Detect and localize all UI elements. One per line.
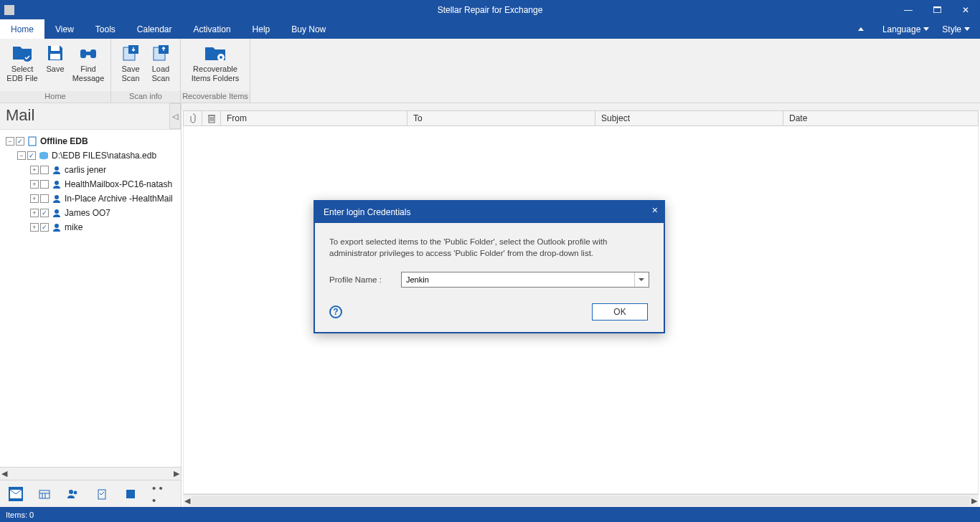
- ok-button[interactable]: OK: [592, 303, 648, 321]
- person-icon: [52, 194, 62, 204]
- tree-file[interactable]: − ✓ D:\EDB FILES\natasha.edb: [0, 148, 181, 163]
- sidebar: Mail ◁ − ✓ Offline EDB − ✓ D:\EDB FILES\…: [0, 103, 182, 507]
- tree-toggle-icon[interactable]: +: [30, 194, 39, 203]
- ribbon-group-label: Home: [0, 91, 110, 103]
- ribbon-label: Find Message: [72, 65, 105, 83]
- person-icon: [52, 165, 62, 175]
- ribbon-label: Load Scan: [151, 65, 169, 83]
- save-scan-icon: [119, 43, 142, 63]
- col-to[interactable]: To: [407, 111, 595, 125]
- load-scan-button[interactable]: Load Scan: [146, 42, 176, 91]
- tree-toggle-icon[interactable]: −: [17, 151, 26, 160]
- tab-help[interactable]: Help: [242, 19, 281, 39]
- tab-buynow[interactable]: Buy Now: [281, 19, 336, 39]
- help-icon[interactable]: ?: [329, 305, 342, 318]
- tree-toggle-icon[interactable]: +: [30, 223, 39, 232]
- dialog-title: Enter login Credentials: [324, 207, 410, 217]
- tree-toggle-icon[interactable]: +: [30, 166, 39, 174]
- tree-item[interactable]: + ✓ HealthMailbox-PC16-natash: [0, 177, 181, 191]
- tab-home[interactable]: Home: [0, 19, 44, 39]
- svg-rect-1: [51, 46, 60, 51]
- recoverable-items-button[interactable]: Recoverable Items Folders: [185, 42, 245, 91]
- ribbon-group-scaninfo: Save Scan Load Scan Scan info: [111, 39, 181, 103]
- nav-calendar-icon[interactable]: [37, 487, 52, 501]
- minimize-button[interactable]: —: [894, 0, 923, 19]
- content-scrollbar[interactable]: ◀▶: [183, 494, 979, 507]
- binoculars-icon: [77, 43, 100, 63]
- col-attachment[interactable]: [184, 111, 202, 125]
- chevron-down-icon: [964, 27, 970, 31]
- checkbox-icon[interactable]: ✓: [16, 137, 24, 146]
- svg-point-19: [55, 209, 59, 214]
- tree-toggle-icon[interactable]: +: [30, 180, 39, 189]
- profile-name-combo[interactable]: [401, 272, 649, 288]
- svg-rect-12: [29, 137, 36, 146]
- nav-mail-icon[interactable]: [9, 487, 23, 501]
- svg-rect-29: [126, 490, 135, 498]
- style-menu[interactable]: Style: [942, 24, 961, 34]
- tree-root[interactable]: − ✓ Offline EDB: [0, 134, 181, 148]
- select-edb-file-button[interactable]: Select EDB File: [4, 42, 40, 91]
- ribbon-group-recoverable: Recoverable Items Folders Recoverable It…: [181, 39, 250, 103]
- profile-name-input[interactable]: [402, 275, 634, 284]
- save-scan-button[interactable]: Save Scan: [116, 42, 146, 91]
- svg-point-17: [55, 181, 59, 185]
- folder-gear-icon: [204, 43, 227, 63]
- svg-point-18: [55, 195, 59, 199]
- items-count: Items: 0: [6, 511, 34, 519]
- dialog-instruction: To export selected items to the 'Public …: [329, 236, 649, 259]
- tree-item[interactable]: + ✓ carlis jener: [0, 163, 181, 177]
- find-message-button[interactable]: Find Message: [70, 42, 106, 91]
- nav-people-icon[interactable]: [66, 487, 80, 501]
- sidebar-scrollbar[interactable]: ◀▶: [0, 467, 181, 480]
- tree-toggle-icon[interactable]: −: [6, 137, 14, 146]
- combo-dropdown-button[interactable]: [634, 272, 647, 287]
- sidebar-collapse-button[interactable]: ◁: [169, 103, 181, 129]
- checkbox-icon[interactable]: ✓: [27, 151, 36, 160]
- svg-rect-5: [86, 52, 90, 55]
- tree-label: mike: [65, 222, 83, 232]
- person-icon: [52, 208, 62, 218]
- nav-more-icon[interactable]: • • •: [152, 487, 166, 501]
- save-button[interactable]: Save: [40, 42, 70, 91]
- dialog-close-button[interactable]: ×: [652, 204, 658, 216]
- checkbox-icon[interactable]: ✓: [40, 166, 49, 174]
- app-title: Stellar Repair for Exchange: [438, 5, 543, 15]
- dialog-titlebar: Enter login Credentials ×: [315, 201, 664, 223]
- save-icon: [44, 43, 67, 63]
- col-subject[interactable]: Subject: [595, 111, 783, 125]
- maximize-button[interactable]: 🗖: [923, 0, 951, 19]
- col-delete[interactable]: [202, 111, 221, 125]
- tab-calendar[interactable]: Calendar: [126, 19, 183, 39]
- col-date[interactable]: Date: [783, 111, 978, 125]
- tab-tools[interactable]: Tools: [85, 19, 126, 39]
- app-icon: [4, 5, 14, 15]
- svg-rect-3: [80, 49, 86, 58]
- checkbox-icon[interactable]: ✓: [40, 180, 49, 189]
- svg-point-20: [55, 224, 59, 228]
- nav-tasks-icon[interactable]: [95, 487, 109, 501]
- titlebar: Stellar Repair for Exchange — 🗖 ✕: [0, 0, 980, 19]
- svg-point-15: [39, 156, 48, 159]
- nav-notes-icon[interactable]: [123, 487, 138, 501]
- checkbox-icon[interactable]: ✓: [40, 194, 49, 203]
- tab-activation[interactable]: Activation: [183, 19, 242, 39]
- tree-label: Offline EDB: [40, 136, 88, 146]
- tree-item[interactable]: + ✓ James OO7: [0, 206, 181, 220]
- language-menu[interactable]: Language: [882, 24, 920, 34]
- ribbon-group-label: Recoverable Items: [181, 91, 250, 103]
- tab-view[interactable]: View: [44, 19, 85, 39]
- svg-rect-22: [39, 490, 50, 498]
- close-button[interactable]: ✕: [951, 0, 980, 19]
- tree-label: In-Place Archive -HealthMail: [65, 194, 173, 204]
- checkbox-icon[interactable]: ✓: [40, 223, 49, 232]
- attachment-icon: [189, 113, 197, 123]
- ribbon-collapse-icon[interactable]: [858, 27, 864, 31]
- svg-rect-4: [90, 49, 96, 58]
- tree-toggle-icon[interactable]: +: [30, 209, 39, 217]
- mailbox-tree: − ✓ Offline EDB − ✓ D:\EDB FILES\natasha…: [0, 130, 181, 467]
- checkbox-icon[interactable]: ✓: [40, 209, 49, 217]
- tree-item[interactable]: + ✓ In-Place Archive -HealthMail: [0, 191, 181, 206]
- col-from[interactable]: From: [221, 111, 407, 125]
- tree-item[interactable]: + ✓ mike: [0, 220, 181, 234]
